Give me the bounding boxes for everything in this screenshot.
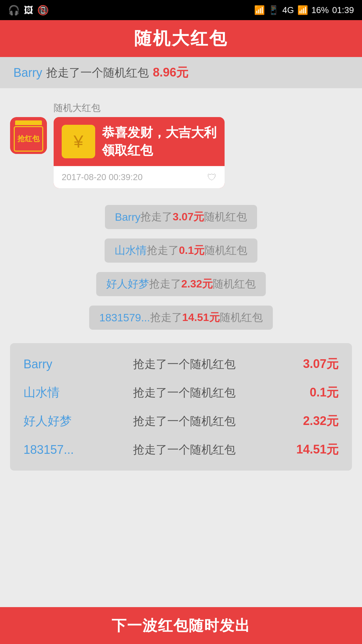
bottom-bar-text: 下一波红包随时发出 <box>112 616 250 636</box>
chat-area: 随机大红包 抢红包 ¥ <box>0 88 362 607</box>
signal-bars: 📶 <box>297 5 308 15</box>
bottom-bar[interactable]: 下一波红包随时发出 <box>0 607 362 644</box>
summary-row-0-name: Barry <box>23 357 84 371</box>
top-notification-name: Barry <box>13 66 42 80</box>
summary-card: Barry 抢走了一个随机红包 3.07元 山水情 抢走了一个随机红包 0.1元… <box>10 343 352 471</box>
bubble-time: 2017-08-20 00:39:20 <box>62 172 142 182</box>
app-icon: 抢红包 <box>10 117 47 154</box>
message-sender: 随机大红包 <box>10 102 101 114</box>
pill-3-amount: 14.51元 <box>182 310 220 325</box>
time-label: 01:39 <box>332 5 354 15</box>
pill-1-amount: 0.1元 <box>179 243 204 258</box>
message-block: 随机大红包 抢红包 ¥ <box>10 102 352 188</box>
pill-3-name: 1831579... <box>99 312 150 324</box>
call-icon: 📵 <box>37 5 49 16</box>
battery-label: 16% <box>311 5 329 15</box>
page-title: 随机大红包 <box>134 27 228 50</box>
pill-2-name: 好人好梦 <box>106 277 149 291</box>
pill-1-action: 抢走了 <box>147 243 179 258</box>
summary-row-1: 山水情 抢走了一个随机红包 0.1元 <box>23 378 339 407</box>
summary-row-1-amount: 0.1元 <box>285 384 339 401</box>
summary-row-0: Barry 抢走了一个随机红包 3.07元 <box>23 350 339 378</box>
top-notification-amount: 8.96元 <box>153 64 188 81</box>
summary-row-3-name: 183157... <box>23 443 84 457</box>
pill-0-action: 抢走了 <box>140 210 173 224</box>
app-icon-text: 抢红包 <box>17 134 40 144</box>
summary-row-2-amount: 2.32元 <box>285 413 339 429</box>
yen-symbol: ¥ <box>74 131 83 152</box>
status-right-info: 📶 📱 4G 📶 16% 01:39 <box>254 5 354 15</box>
shield-icon: 🛡 <box>207 172 217 183</box>
summary-row-2: 好人好梦 抢走了一个随机红包 2.32元 <box>23 407 339 435</box>
message-row: 抢红包 ¥ 恭喜发财，大吉大利领取红包 2017-08-20 00:39:20 … <box>10 117 225 188</box>
pill-0-amount: 3.07元 <box>173 210 204 224</box>
header: 随机大红包 <box>0 20 362 57</box>
image-icon: 🖼 <box>24 5 33 16</box>
top-notification: Barry 抢走了一个随机红包 8.96元 <box>0 57 362 88</box>
notification-pills: Barry 抢走了 3.07元 随机红包 山水情 抢走了 0.1元 随机红包 好… <box>10 205 352 330</box>
bubble-content: ¥ 恭喜发财，大吉大利领取红包 <box>54 117 225 166</box>
pill-0: Barry 抢走了 3.07元 随机红包 <box>105 205 257 229</box>
bubble-main-text: 恭喜发财，大吉大利领取红包 <box>102 124 217 159</box>
pill-2: 好人好梦 抢走了 2.32元 随机红包 <box>96 272 266 296</box>
pill-1: 山水情 抢走了 0.1元 随机红包 <box>105 238 257 263</box>
wifi-icon: 📶 <box>254 5 265 15</box>
headphone-icon: 🎧 <box>8 5 20 16</box>
pill-2-amount: 2.32元 <box>181 277 213 291</box>
bubble-footer: 2017-08-20 00:39:20 🛡 <box>54 166 225 188</box>
pill-0-name: Barry <box>115 211 140 223</box>
status-bar: 🎧 🖼 📵 📶 📱 4G 📶 16% 01:39 <box>0 0 362 20</box>
summary-row-3-amount: 14.51元 <box>285 441 339 458</box>
pill-3: 1831579... 抢走了 14.51元 随机红包 <box>89 306 273 330</box>
summary-row-3-action: 抢走了一个随机红包 <box>84 442 285 458</box>
pill-3-action: 抢走了 <box>150 310 182 325</box>
bubble-wrapper: ¥ 恭喜发财，大吉大利领取红包 2017-08-20 00:39:20 🛡 <box>54 117 225 188</box>
red-packet-bubble[interactable]: ¥ 恭喜发财，大吉大利领取红包 2017-08-20 00:39:20 🛡 <box>54 117 225 188</box>
summary-row-2-name: 好人好梦 <box>23 413 84 429</box>
pill-2-action: 抢走了 <box>149 277 181 291</box>
status-left-icons: 🎧 🖼 📵 <box>8 5 49 16</box>
pill-1-suffix: 随机红包 <box>204 243 247 258</box>
summary-row-0-action: 抢走了一个随机红包 <box>84 357 285 372</box>
pill-1-name: 山水情 <box>115 243 147 258</box>
pill-3-suffix: 随机红包 <box>220 310 263 325</box>
summary-row-1-name: 山水情 <box>23 384 84 401</box>
summary-row-3: 183157... 抢走了一个随机红包 14.51元 <box>23 435 339 464</box>
signal-label: 4G <box>282 5 294 15</box>
pill-2-suffix: 随机红包 <box>213 277 256 291</box>
sim-icon: 📱 <box>268 5 279 15</box>
summary-row-2-action: 抢走了一个随机红包 <box>84 414 285 429</box>
pill-0-suffix: 随机红包 <box>204 210 247 224</box>
top-notification-action: 抢走了一个随机红包 <box>46 65 149 80</box>
coin-icon: ¥ <box>62 125 95 158</box>
summary-row-0-amount: 3.07元 <box>285 356 339 372</box>
summary-row-1-action: 抢走了一个随机红包 <box>84 385 285 400</box>
